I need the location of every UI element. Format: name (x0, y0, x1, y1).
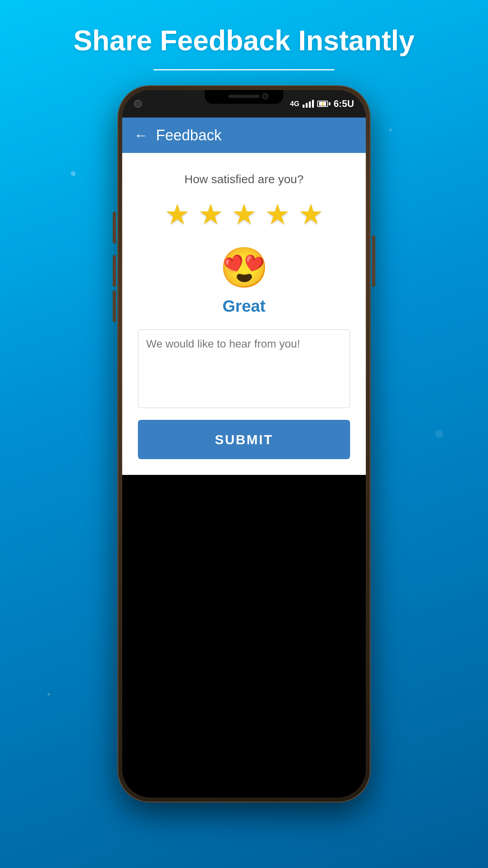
star-3[interactable]: ★ (231, 198, 257, 231)
status-time: 6:5U (334, 98, 354, 109)
phone-mockup: 4G ⚡ 6:5U ← Feedba (118, 86, 370, 802)
notch-camera-icon (262, 93, 268, 99)
status-bar: 4G ⚡ 6:5U (122, 90, 366, 118)
phone-outer-shell: 4G ⚡ 6:5U ← Feedba (118, 86, 370, 802)
status-right: 4G ⚡ 6:5U (290, 98, 354, 109)
star-1[interactable]: ★ (165, 198, 190, 231)
stars-row[interactable]: ★ ★ ★ ★ ★ (165, 198, 324, 231)
phone-screen: 4G ⚡ 6:5U ← Feedba (122, 90, 366, 798)
star-5[interactable]: ★ (298, 198, 324, 231)
back-button[interactable]: ← (134, 128, 148, 142)
speaker (228, 95, 260, 98)
battery-body: ⚡ (317, 101, 328, 107)
network-label: 4G (290, 100, 299, 108)
satisfaction-question: How satisfied are you? (184, 173, 304, 186)
signal-bars (303, 100, 314, 108)
star-2[interactable]: ★ (198, 198, 224, 231)
star-4[interactable]: ★ (265, 198, 290, 231)
app-bar-title: Feedback (156, 127, 222, 144)
submit-button[interactable]: SUBMIT (138, 420, 350, 459)
rating-emoji: 😍 (220, 245, 269, 291)
divider (154, 69, 334, 70)
status-left (134, 100, 142, 108)
phone-notch (205, 90, 283, 104)
rating-label: Great (222, 297, 266, 316)
app-bar: ← Feedback (122, 118, 366, 153)
battery-icon: ⚡ (317, 101, 330, 107)
screen-content: How satisfied are you? ★ ★ ★ ★ ★ 😍 Great… (122, 153, 366, 475)
camera-icon (134, 100, 142, 108)
page-headline: Share Feedback Instantly (73, 24, 415, 57)
charging-icon: ⚡ (320, 102, 325, 106)
feedback-textarea[interactable] (138, 329, 350, 408)
battery-tip (329, 102, 330, 105)
